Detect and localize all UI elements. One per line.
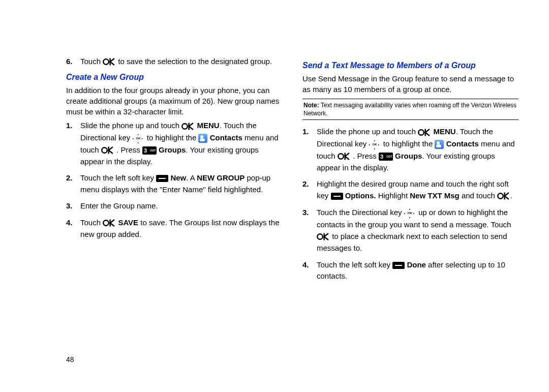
key-3-def-icon: def [379,153,393,161]
key-3-def-icon: def [142,146,157,155]
ok-icon [418,126,431,138]
note-box: Note: Text messaging availability varies… [302,99,518,120]
text: . [510,191,512,200]
ok-icon [497,190,510,202]
note-text: Text messaging availability varies when … [303,102,516,117]
step-4: Touch the left soft key Done after selec… [302,259,518,282]
text: . Press [116,145,142,154]
done-label: Done [407,260,426,269]
ok-icon [181,120,195,132]
new-label: New [170,173,186,182]
page-number: 48 [66,355,74,364]
softkey-icon [392,262,405,269]
section-heading-create-group: Create a New Group [66,73,282,82]
steps-list: Slide the phone up and touch MENU. Touch… [66,120,282,240]
save-label: SAVE [118,218,138,227]
ok-icon [317,231,330,243]
step-6: Touch to save the selection to the desig… [66,56,282,68]
step-3: Touch the Directional key ▪▪▪▪OK up or d… [302,207,518,254]
left-column: Touch to save the selection to the desig… [66,56,282,367]
steps-list: Slide the phone up and touch MENU. Touch… [302,126,518,282]
text: to highlight the [147,133,199,142]
text: Touch the Directional key [317,208,404,217]
contacts-icon [435,140,444,149]
ok-icon [103,217,116,229]
text: Touch the left soft key [80,173,156,182]
step-4: Touch SAVE to save. The Groups list now … [66,217,282,240]
text: and touch [460,191,497,200]
note-label: Note: [303,102,319,109]
step-2: Highlight the desired group name and tou… [302,178,518,202]
manual-page: Touch to save the selection to the desig… [0,0,549,392]
directional-key-icon: ▪▪▪▪OK [404,207,416,219]
softkey-icon [331,193,343,200]
section-heading-send-text: Send a Text Message to Members of a Grou… [302,61,518,70]
directional-key-icon: ▪▪▪▪OK [133,132,145,144]
right-column: Send a Text Message to Members of a Grou… [302,56,518,367]
intro-text: In addition to the four groups already i… [66,85,282,117]
ok-icon [338,150,351,162]
options-label: Options. [345,191,376,200]
text: Slide the phone up and touch [80,121,181,130]
contacts-label: Contacts [446,139,479,148]
text: Touch the left soft key [317,260,392,269]
text: Touch [80,218,103,227]
menu-label: MENU [434,127,456,136]
directional-key-icon: ▪▪▪▪OK [369,138,381,150]
step-1: Slide the phone up and touch MENU. Touch… [302,126,518,173]
ok-icon [103,56,116,68]
text: Slide the phone up and touch [317,127,418,136]
intro-text: Use Send Message in the Group feature to… [302,73,518,95]
step-3: Enter the Group name. [66,200,282,212]
contacts-label: Contacts [210,133,242,142]
text: to place a checkmark next to each select… [317,232,507,252]
text: Highlight [378,191,410,200]
step-1: Slide the phone up and touch MENU. Touch… [66,120,282,167]
text: . A [186,173,197,182]
text: to highlight the [383,139,435,148]
contacts-icon [198,134,207,143]
softkey-icon [156,175,168,182]
menu-label: MENU [197,121,220,130]
new-group-label: NEW GROUP [197,173,245,182]
text: Touch [80,57,103,66]
step-2: Touch the left soft key New. A NEW GROUP… [66,172,282,195]
groups-label: Groups [395,152,422,160]
groups-label: Groups [159,145,186,154]
ok-icon [101,144,114,156]
text: . Press [353,152,379,160]
text: to save the selection to the designated … [118,57,272,66]
new-txt-label: New TXT Msg [410,191,460,200]
